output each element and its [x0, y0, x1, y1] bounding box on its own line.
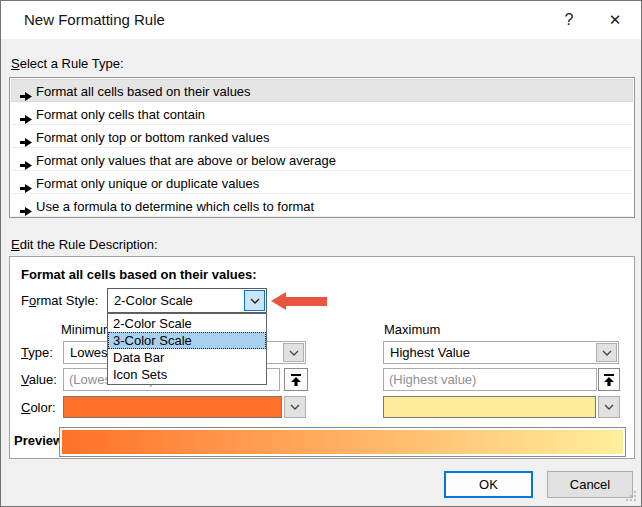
dropdown-option[interactable]: Data Bar: [108, 349, 266, 366]
max-range-picker-button[interactable]: [598, 368, 620, 391]
rule-description-label: Edit the Rule Description:: [11, 237, 158, 252]
rule-type-option[interactable]: Format all cells based on their values: [11, 79, 633, 102]
chevron-down-icon: [290, 404, 300, 410]
min-range-picker-button[interactable]: [284, 368, 308, 391]
rule-type-option-label: Format only cells that contain: [36, 107, 205, 122]
max-type-dropdown-button[interactable]: [596, 343, 617, 362]
chevron-down-icon: [250, 298, 260, 304]
rule-type-option[interactable]: Format only unique or duplicate values: [11, 171, 633, 194]
arrow-bullet-icon: [20, 178, 32, 189]
max-color-dropdown-button[interactable]: [598, 396, 620, 418]
preview-box: [59, 427, 626, 457]
ok-button[interactable]: OK: [444, 471, 533, 498]
preview-gradient: [62, 430, 623, 454]
rule-type-listbox: Format all cells based on their values F…: [9, 77, 635, 218]
max-type-value: Highest Value: [390, 342, 594, 363]
max-type-combobox[interactable]: Highest Value: [383, 341, 619, 364]
chevron-down-icon: [289, 350, 299, 356]
new-formatting-rule-dialog: New Formatting Rule ? ✕ Select a Rule Ty…: [0, 0, 642, 507]
format-style-combobox[interactable]: 2-Color Scale: [107, 288, 267, 313]
rule-type-option[interactable]: Use a formula to determine which cells t…: [11, 194, 633, 217]
chevron-down-icon: [602, 350, 612, 356]
max-color-swatch[interactable]: [383, 396, 596, 418]
min-type-dropdown-button[interactable]: [283, 343, 304, 362]
rule-type-option-label: Format all cells based on their values: [36, 84, 251, 99]
format-style-label: Format Style:: [21, 293, 98, 308]
dropdown-option[interactable]: 2-Color Scale: [108, 315, 266, 332]
arrow-bullet-icon: [20, 109, 32, 120]
min-color-dropdown-button[interactable]: [284, 396, 306, 418]
annotation-arrow-head: [271, 292, 286, 310]
close-icon: ✕: [609, 11, 622, 28]
rule-type-option-label: Format only unique or duplicate values: [36, 176, 259, 191]
rule-type-option[interactable]: Format only top or bottom ranked values: [11, 125, 633, 148]
title-bar: New Formatting Rule ? ✕: [1, 1, 641, 39]
maximum-label: Maximum: [384, 322, 440, 337]
annotation-arrow: [271, 292, 329, 311]
rule-type-option-label: Format only top or bottom ranked values: [36, 130, 269, 145]
arrow-bullet-icon: [20, 201, 32, 212]
max-value-input[interactable]: [383, 368, 597, 391]
arrow-bullet-icon: [20, 86, 32, 97]
close-button[interactable]: ✕: [595, 1, 635, 39]
annotation-arrow-shaft: [285, 297, 327, 306]
minimum-label: Minimum: [61, 322, 114, 337]
rule-type-option[interactable]: Format only values that are above or bel…: [11, 148, 633, 171]
resize-grip[interactable]: [626, 499, 628, 501]
collapse-dialog-icon: [603, 373, 615, 387]
chevron-down-icon: [604, 404, 614, 410]
rule-type-label: Select a Rule Type:: [11, 56, 124, 71]
arrow-bullet-icon: [20, 132, 32, 143]
group-title: Format all cells based on their values:: [21, 267, 257, 282]
collapse-dialog-icon: [290, 373, 302, 387]
type-label: Type:: [21, 345, 53, 360]
rule-type-option-label: Format only values that are above or bel…: [36, 153, 336, 168]
cancel-button[interactable]: Cancel: [547, 471, 633, 498]
help-button[interactable]: ?: [549, 1, 589, 39]
rule-type-option-label: Use a formula to determine which cells t…: [36, 199, 314, 214]
dropdown-option[interactable]: Icon Sets: [108, 366, 266, 383]
help-icon: ?: [565, 11, 574, 28]
format-style-value: 2-Color Scale: [114, 289, 242, 312]
rule-type-option[interactable]: Format only cells that contain: [11, 102, 633, 125]
dialog-title: New Formatting Rule: [24, 1, 165, 39]
dropdown-option-highlighted[interactable]: 3-Color Scale: [108, 332, 266, 349]
value-label: Value:: [21, 372, 57, 387]
format-style-dropdown-button[interactable]: [244, 290, 265, 311]
arrow-bullet-icon: [20, 155, 32, 166]
format-style-dropdown-list: 2-Color Scale 3-Color Scale Data Bar Ico…: [107, 313, 267, 385]
min-color-swatch[interactable]: [63, 396, 282, 418]
color-label: Color:: [21, 400, 56, 415]
